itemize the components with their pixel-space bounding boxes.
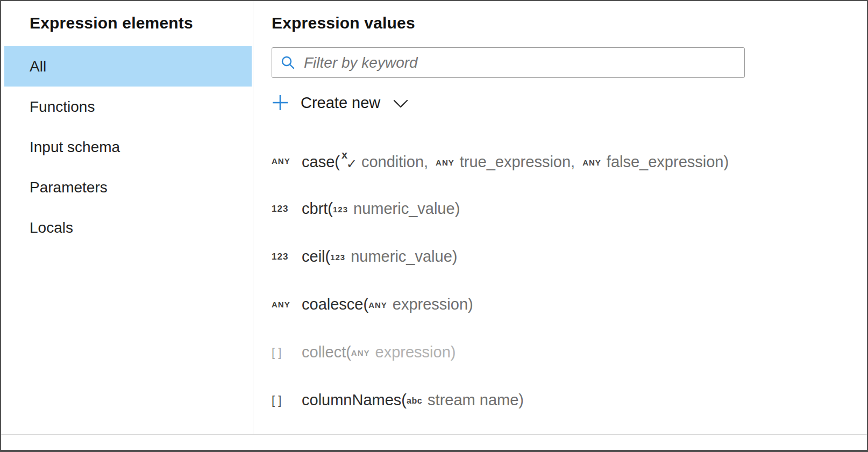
function-name: coalesce( xyxy=(302,296,368,313)
expression-values-panel: Expression values Create new ANYcase(x✓c… xyxy=(253,1,868,434)
arg-type-badge-any: ANY xyxy=(368,300,387,310)
return-type-badge-array: [ ] xyxy=(272,393,302,407)
expression-elements-panel: Expression elements AllFunctionsInput sc… xyxy=(1,1,253,434)
function-arg: false_expression) xyxy=(607,153,729,170)
function-name: cbrt( xyxy=(302,200,333,217)
sidebar-item-input-schema[interactable]: Input schema xyxy=(4,127,252,167)
function-signature: case(x✓condition,ANYtrue_expression,ANYf… xyxy=(302,151,729,171)
function-row-ceil[interactable]: 123ceil(123numeric_value) xyxy=(272,233,868,281)
function-signature: ceil(123numeric_value) xyxy=(302,248,457,266)
boolean-type-icon: x✓ xyxy=(340,151,357,170)
sidebar-item-all[interactable]: All xyxy=(4,46,252,87)
arg-type-badge-any: ANY xyxy=(436,158,454,167)
sidebar-item-locals[interactable]: Locals xyxy=(4,207,252,248)
return-type-badge-num: 123 xyxy=(272,204,302,214)
arg-type-badge-str: abc xyxy=(407,396,422,406)
function-arg: numeric_value) xyxy=(353,200,460,217)
expression-elements-nav: AllFunctionsInput schemaParametersLocals xyxy=(1,46,253,248)
function-signature: columnNames(abcstream name) xyxy=(302,391,524,409)
function-signature: cbrt(123numeric_value) xyxy=(302,200,460,218)
expression-builder-dialog: Expression elements AllFunctionsInput sc… xyxy=(0,0,868,452)
dialog-footer xyxy=(1,434,867,450)
expression-elements-title: Expression elements xyxy=(1,1,253,32)
function-name: columnNames( xyxy=(302,391,407,408)
sidebar-item-functions[interactable]: Functions xyxy=(4,87,252,127)
sidebar-item-parameters[interactable]: Parameters xyxy=(4,167,252,207)
create-new-button[interactable]: Create new xyxy=(272,91,408,114)
function-row-coalesce[interactable]: ANYcoalesce(ANYexpression) xyxy=(272,281,868,328)
filter-search-box xyxy=(272,47,745,78)
arg-type-badge-num: 123 xyxy=(333,205,348,214)
return-type-badge-num: 123 xyxy=(272,252,302,262)
function-row-collect[interactable]: [ ]collect(ANYexpression) xyxy=(272,328,868,376)
arg-type-badge-any: ANY xyxy=(351,348,370,357)
function-arg: stream name) xyxy=(428,391,524,408)
function-list: ANYcase(x✓condition,ANYtrue_expression,A… xyxy=(272,137,868,424)
function-arg: expression) xyxy=(393,296,473,313)
filter-keyword-input[interactable] xyxy=(303,47,737,78)
expression-values-title: Expression values xyxy=(253,1,868,32)
function-arg: numeric_value) xyxy=(351,248,457,265)
function-name: collect( xyxy=(302,343,351,361)
function-row-case[interactable]: ANYcase(x✓condition,ANYtrue_expression,A… xyxy=(272,137,868,185)
function-signature: coalesce(ANYexpression) xyxy=(302,296,473,313)
function-arg: expression) xyxy=(375,343,456,361)
arg-type-badge-num: 123 xyxy=(330,253,345,262)
return-type-badge-any: ANY xyxy=(272,300,302,309)
plus-icon xyxy=(272,94,289,111)
function-row-cbrt[interactable]: 123cbrt(123numeric_value) xyxy=(272,185,868,233)
function-arg: condition, xyxy=(361,153,428,170)
function-name: ceil( xyxy=(302,248,330,265)
function-arg: true_expression, xyxy=(460,153,575,170)
function-signature: collect(ANYexpression) xyxy=(302,343,456,361)
create-new-label: Create new xyxy=(301,94,380,112)
return-type-badge-any: ANY xyxy=(272,156,302,166)
function-name: case( xyxy=(302,153,340,170)
arg-type-badge-any: ANY xyxy=(582,158,601,167)
function-row-columnNames[interactable]: [ ]columnNames(abcstream name) xyxy=(272,376,868,424)
return-type-badge-array: [ ] xyxy=(272,346,302,360)
search-icon xyxy=(281,55,295,70)
chevron-down-icon xyxy=(393,99,408,109)
